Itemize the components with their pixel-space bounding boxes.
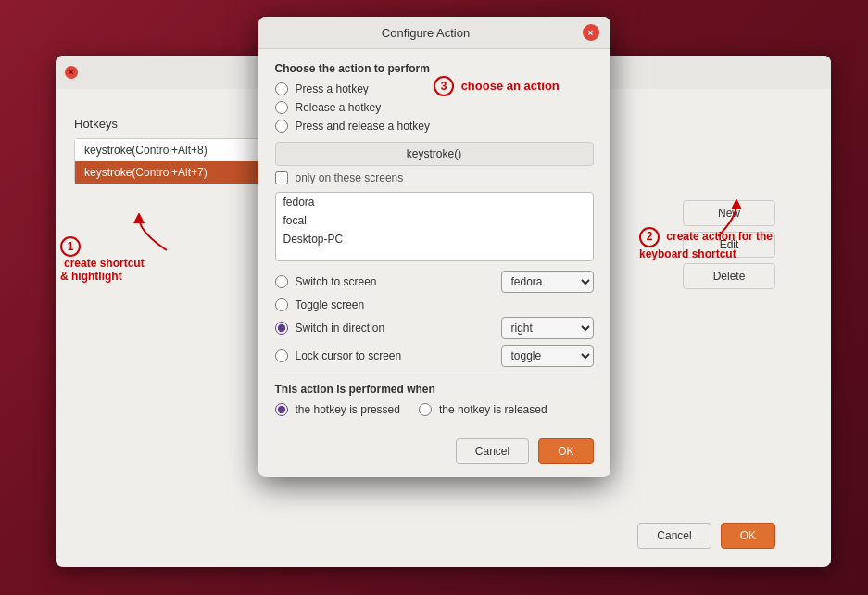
- switch-to-screen-row: Switch to screen fedora focal Desktop-PC: [275, 271, 594, 293]
- annotation-3-text: choose an action: [461, 79, 560, 93]
- trigger-section: This action is performed when the hotkey…: [275, 373, 594, 416]
- trigger-pressed[interactable]: the hotkey is pressed: [275, 403, 400, 416]
- switch-to-screen-left: Switch to screen: [275, 275, 377, 288]
- radio-lock-cursor[interactable]: [275, 349, 288, 362]
- radio-release-hotkey-input[interactable]: [275, 101, 288, 114]
- radio-press-release-hotkey[interactable]: Press and release a hotkey: [275, 120, 594, 133]
- bg-ok-button[interactable]: OK: [721, 523, 775, 549]
- lock-cursor-left: Lock cursor to screen: [275, 349, 402, 362]
- dialog-body: Choose the action to perform Press a hot…: [258, 49, 610, 429]
- switch-direction-row: Switch in direction right left up down: [275, 317, 594, 339]
- annotation-1-text: create shortcut& hightlight: [60, 257, 145, 283]
- trigger-released[interactable]: the hotkey is released: [419, 403, 547, 416]
- delete-button[interactable]: Delete: [683, 263, 775, 289]
- dialog-ok-button[interactable]: OK: [538, 438, 593, 464]
- bg-cancel-button[interactable]: Cancel: [637, 523, 711, 549]
- trigger-radios: the hotkey is pressed the hotkey is rele…: [275, 403, 594, 416]
- screen-item-desktop[interactable]: Desktop-PC: [276, 230, 593, 248]
- keystroke-display: keystroke(): [275, 142, 594, 166]
- trigger-pressed-label: the hotkey is pressed: [296, 403, 400, 416]
- dialog-cancel-button[interactable]: Cancel: [456, 438, 529, 464]
- radio-trigger-released[interactable]: [419, 403, 432, 416]
- radio-press-release-hotkey-input[interactable]: [275, 120, 288, 133]
- radio-trigger-pressed[interactable]: [275, 403, 288, 416]
- annotation-2: 2 create action for thekeyboard shortcut: [639, 227, 773, 262]
- toggle-screen-row: Toggle screen: [275, 298, 594, 311]
- switch-to-screen-select[interactable]: fedora focal Desktop-PC: [501, 271, 594, 293]
- new-button[interactable]: New: [683, 200, 775, 226]
- switch-direction-select[interactable]: right left up down: [501, 317, 594, 339]
- choose-action-label: Choose the action to perform: [275, 62, 594, 75]
- dialog-close-button[interactable]: ×: [583, 24, 599, 41]
- lock-cursor-row: Lock cursor to screen toggle on off: [275, 345, 594, 367]
- dialog-titlebar: Configure Action ×: [258, 17, 610, 49]
- bg-close-button[interactable]: ×: [65, 66, 78, 79]
- screen-item-focal[interactable]: focal: [276, 211, 593, 230]
- annotation-1-circle: 1: [60, 236, 81, 257]
- screens-list[interactable]: fedora focal Desktop-PC: [275, 192, 594, 261]
- only-screens-label: only on these screens: [296, 171, 404, 184]
- lock-cursor-select[interactable]: toggle on off: [501, 345, 594, 367]
- radio-release-hotkey[interactable]: Release a hotkey: [275, 101, 594, 114]
- radio-press-hotkey-label: Press a hotkey: [296, 82, 369, 95]
- only-screens-checkbox[interactable]: [275, 171, 288, 184]
- only-screens-row: only on these screens: [275, 171, 594, 184]
- switch-direction-label: Switch in direction: [296, 322, 385, 335]
- radio-release-hotkey-label: Release a hotkey: [296, 101, 382, 114]
- radio-switch-to-screen[interactable]: [275, 275, 288, 288]
- annotation-3: 3 choose an action: [434, 76, 560, 96]
- radio-switch-direction[interactable]: [275, 322, 288, 335]
- dialog-title: Configure Action: [270, 26, 583, 40]
- screen-item-fedora[interactable]: fedora: [276, 193, 593, 211]
- radio-toggle-screen[interactable]: [275, 298, 288, 311]
- annotation-2-circle: 2: [639, 227, 660, 247]
- radio-press-hotkey-input[interactable]: [275, 82, 288, 95]
- dialog-footer: Cancel OK: [258, 429, 610, 477]
- switch-to-screen-label: Switch to screen: [296, 275, 377, 288]
- annotation-3-circle: 3: [434, 76, 454, 96]
- toggle-screen-left: Toggle screen: [275, 298, 365, 311]
- toggle-screen-label: Toggle screen: [296, 298, 365, 311]
- trigger-released-label: the hotkey is released: [439, 403, 547, 416]
- annotation-1: 1 create shortcut& hightlight: [60, 236, 145, 283]
- lock-cursor-label: Lock cursor to screen: [296, 349, 402, 362]
- radio-press-release-hotkey-label: Press and release a hotkey: [296, 120, 430, 133]
- trigger-label: This action is performed when: [275, 383, 594, 396]
- switch-direction-left: Switch in direction: [275, 322, 385, 335]
